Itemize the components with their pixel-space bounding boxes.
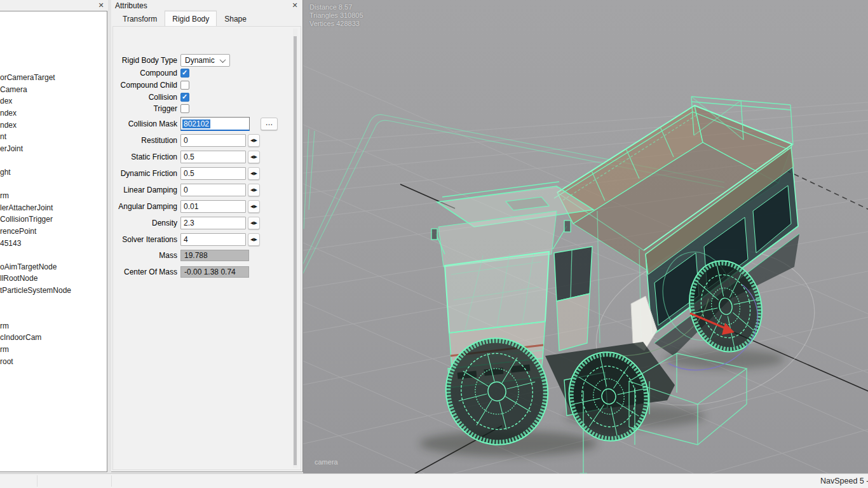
spinner-buttons[interactable]: ◀▶ bbox=[248, 200, 260, 213]
tree-item[interactable]: cIndoorCam bbox=[0, 332, 107, 344]
camera-label: camera bbox=[315, 458, 338, 466]
viewport-3d[interactable]: Distance 8.57 Triangles 310805 Vertices … bbox=[303, 0, 868, 473]
compound-checkbox[interactable] bbox=[180, 69, 189, 78]
tree-item[interactable]: Camera bbox=[0, 84, 107, 96]
linear-damping-input[interactable] bbox=[180, 184, 246, 196]
stat-vertices: Vertices 428833 bbox=[309, 20, 363, 28]
attributes-titlebar[interactable]: Attributes ✕ bbox=[111, 0, 302, 11]
tree-item[interactable]: tParticleSystemNode bbox=[0, 285, 107, 297]
scrollbar-thumb[interactable] bbox=[294, 36, 297, 465]
tab-transform[interactable]: Transform bbox=[115, 11, 165, 26]
scene-tree-panel: ✕ orCameraTarget Camera dex ndex ndex nt… bbox=[0, 0, 108, 472]
attributes-scrollbar[interactable] bbox=[293, 29, 297, 468]
close-icon[interactable]: ✕ bbox=[97, 1, 105, 10]
tree-item bbox=[0, 308, 107, 320]
field-label: Compound Child bbox=[113, 81, 180, 90]
static-friction-input[interactable] bbox=[180, 151, 246, 163]
density-input[interactable] bbox=[180, 217, 246, 229]
field-label: Mass bbox=[113, 251, 180, 260]
field-label: Static Friction bbox=[113, 152, 180, 161]
collision-checkbox[interactable] bbox=[180, 93, 189, 102]
restitution-input[interactable] bbox=[180, 134, 246, 147]
center-of-mass-readonly-value: -0.00 1.38 0.74 bbox=[180, 266, 249, 278]
dynamic-friction-input[interactable] bbox=[180, 167, 246, 180]
spinner-buttons[interactable]: ◀▶ bbox=[248, 167, 260, 180]
tab-shape[interactable]: Shape bbox=[217, 11, 254, 26]
attributes-panel: Attributes ✕ Transform Rigid Body Shape … bbox=[111, 0, 303, 472]
close-icon[interactable]: ✕ bbox=[290, 1, 299, 10]
field-label: Center Of Mass bbox=[113, 268, 180, 276]
collision-mask-browse-button[interactable]: … bbox=[261, 118, 278, 130]
field-label: Collision bbox=[113, 93, 180, 102]
field-label: Solver Iterations bbox=[113, 235, 180, 244]
spinner-buttons[interactable]: ◀▶ bbox=[248, 217, 260, 229]
tree-item bbox=[0, 296, 107, 308]
viewport-stats: Distance 8.57 Triangles 310805 Vertices … bbox=[309, 3, 363, 28]
dropdown-value: Dynamic bbox=[185, 56, 215, 65]
field-label: Rigid Body Type bbox=[113, 56, 180, 65]
stat-triangles: Triangles 310805 bbox=[309, 11, 363, 20]
field-label: Angular Damping bbox=[113, 202, 180, 211]
rigid-body-type-dropdown[interactable]: Dynamic bbox=[180, 54, 230, 67]
tree-item[interactable]: root bbox=[0, 355, 107, 367]
collision-mask-input[interactable]: 802102 bbox=[180, 117, 250, 131]
nav-speed-indicator: NavSpeed 5 - bbox=[820, 477, 868, 485]
spinner-buttons[interactable]: ◀▶ bbox=[248, 134, 260, 147]
tree-item[interactable]: llRootNode bbox=[0, 273, 107, 285]
trigger-checkbox[interactable] bbox=[180, 104, 189, 113]
field-label: Restitution bbox=[113, 136, 180, 145]
tree-item bbox=[0, 178, 107, 190]
tree-item[interactable]: rencePoint bbox=[0, 226, 107, 238]
scene-tree-titlebar[interactable]: ✕ bbox=[0, 0, 108, 11]
field-label: Trigger bbox=[113, 104, 180, 113]
tree-item[interactable]: dex bbox=[0, 95, 107, 107]
tree-item[interactable]: rm bbox=[0, 190, 107, 202]
stat-distance: Distance 8.57 bbox=[309, 3, 363, 11]
viewport-3d-scene[interactable] bbox=[303, 0, 868, 473]
field-label: Dynamic Friction bbox=[113, 169, 180, 178]
field-label: Density bbox=[113, 219, 180, 227]
selected-text: 802102 bbox=[182, 119, 210, 128]
tree-item[interactable]: rm bbox=[0, 344, 107, 356]
tree-item[interactable]: CollisionTrigger bbox=[0, 214, 107, 226]
field-label: Linear Damping bbox=[113, 186, 180, 194]
status-bar: NavSpeed 5 - bbox=[0, 473, 868, 488]
mass-readonly-value: 19.788 bbox=[180, 250, 249, 261]
spinner-buttons[interactable]: ◀▶ bbox=[248, 184, 260, 196]
tree-item[interactable]: rm bbox=[0, 320, 107, 332]
tree-item[interactable]: ndex bbox=[0, 119, 107, 131]
status-divider bbox=[37, 475, 37, 487]
tab-rigid-body[interactable]: Rigid Body bbox=[165, 11, 217, 26]
tree-item[interactable]: 45143 bbox=[0, 237, 107, 249]
tree-item[interactable]: orCameraTarget bbox=[0, 72, 107, 84]
compound-child-checkbox[interactable] bbox=[180, 81, 189, 90]
tree-item[interactable]: ght bbox=[0, 166, 107, 179]
attributes-panel-title: Attributes bbox=[115, 1, 147, 10]
tree-item[interactable]: ndex bbox=[0, 107, 107, 119]
field-label: Collision Mask bbox=[113, 119, 180, 128]
chevron-down-icon bbox=[220, 57, 226, 63]
tree-item bbox=[0, 154, 107, 166]
tree-item[interactable]: nt bbox=[0, 131, 107, 143]
scene-tree[interactable]: orCameraTarget Camera dex ndex ndex nt e… bbox=[0, 11, 107, 472]
attributes-tabbar: Transform Rigid Body Shape bbox=[115, 11, 299, 26]
tree-item[interactable]: lerAttacherJoint bbox=[0, 202, 107, 214]
tree-item[interactable]: oAimTargetNode bbox=[0, 261, 107, 273]
spinner-buttons[interactable]: ◀▶ bbox=[248, 233, 260, 246]
solver-iterations-input[interactable] bbox=[180, 233, 246, 246]
field-label: Compound bbox=[113, 69, 180, 78]
rigid-body-tab-page: Rigid Body Type Dynamic Compound Compoun… bbox=[112, 26, 301, 470]
tree-item bbox=[0, 249, 107, 261]
spinner-buttons[interactable]: ◀▶ bbox=[248, 151, 260, 163]
tree-item[interactable]: erJoint bbox=[0, 143, 107, 155]
status-divider bbox=[111, 475, 112, 487]
angular-damping-input[interactable] bbox=[180, 200, 246, 213]
